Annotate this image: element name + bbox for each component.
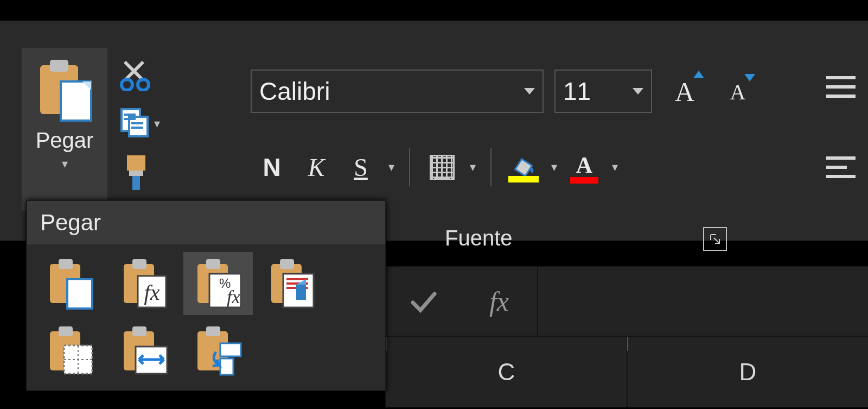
svg-rect-34: [296, 285, 306, 300]
align-left-button[interactable]: [824, 151, 858, 184]
svg-rect-46: [206, 326, 220, 336]
borders-dropdown[interactable]: ▾: [464, 160, 481, 174]
paste-option-paste[interactable]: [36, 252, 105, 315]
column-header[interactable]: D: [627, 337, 868, 407]
paste-option-keep-column-widths[interactable]: [110, 319, 179, 382]
svg-rect-37: [59, 326, 73, 336]
paste-button-label: Pegar: [36, 128, 94, 153]
svg-rect-18: [67, 279, 92, 309]
svg-rect-20: [132, 259, 146, 269]
bold-button[interactable]: N: [250, 148, 294, 186]
svg-point-5: [138, 79, 149, 90]
column-headers: C D: [385, 337, 868, 407]
formula-input[interactable]: [537, 267, 868, 336]
decrease-font-size-button[interactable]: A: [716, 71, 760, 113]
paste-option-keep-source-formatting[interactable]: [257, 252, 327, 315]
fill-color-icon: [508, 152, 539, 183]
svg-rect-12: [127, 155, 145, 171]
italic-button[interactable]: K: [294, 148, 339, 186]
font-color-dropdown[interactable]: ▾: [607, 160, 623, 174]
svg-rect-29: [280, 259, 294, 269]
svg-text:fx: fx: [227, 287, 240, 307]
font-family-combo[interactable]: Calibri: [251, 70, 544, 113]
paste-menu-header: Pegar: [27, 201, 385, 244]
insert-function-button[interactable]: fx: [461, 286, 537, 317]
increase-font-size-button[interactable]: A: [663, 71, 706, 113]
svg-rect-1: [50, 60, 68, 72]
paste-options-grid: fx %fx: [27, 244, 385, 390]
font-color-button[interactable]: A: [562, 148, 607, 186]
chevron-down-icon: [524, 88, 535, 95]
svg-rect-43: [132, 326, 146, 336]
svg-rect-8: [124, 114, 136, 116]
format-painter-button[interactable]: [119, 148, 195, 197]
svg-text:fx: fx: [144, 280, 160, 305]
font-size-value: 11: [563, 77, 591, 106]
svg-rect-24: [206, 259, 220, 269]
paste-option-no-borders[interactable]: [36, 319, 105, 382]
clipboard-tools: ▾: [119, 51, 195, 197]
paste-option-transpose[interactable]: [183, 319, 253, 382]
svg-rect-13: [129, 171, 143, 176]
svg-rect-47: [220, 343, 241, 356]
paste-icon: [35, 58, 94, 123]
copy-dropdown[interactable]: ▾: [154, 117, 160, 131]
borders-icon: [430, 155, 455, 180]
underline-dropdown[interactable]: ▾: [383, 160, 399, 174]
borders-button[interactable]: [420, 148, 464, 186]
font-family-value: Calibri: [259, 77, 330, 106]
paste-options-menu: Pegar fx %fx: [26, 200, 386, 391]
align-top-button[interactable]: [824, 71, 858, 103]
fill-color-button[interactable]: [501, 148, 546, 186]
underline-button[interactable]: S: [339, 148, 383, 186]
svg-rect-2: [61, 81, 91, 121]
paste-option-formulas-number-format[interactable]: %fx: [183, 252, 253, 315]
svg-rect-11: [131, 127, 143, 129]
paste-option-formulas[interactable]: fx: [110, 252, 179, 315]
chevron-down-icon: ▾: [62, 157, 68, 171]
align-lines-icon: [826, 156, 856, 178]
paste-split-button[interactable]: Pegar ▾: [22, 48, 107, 211]
svg-rect-48: [220, 358, 233, 375]
copy-button[interactable]: [119, 107, 151, 141]
svg-point-4: [122, 79, 132, 90]
font-group-label: Fuente: [445, 226, 513, 250]
separator: [490, 148, 492, 186]
cut-button[interactable]: [119, 51, 195, 99]
svg-marker-15: [513, 157, 534, 178]
font-size-combo[interactable]: 11: [554, 70, 652, 113]
svg-rect-10: [131, 122, 143, 124]
font-color-icon: A: [569, 152, 599, 183]
chevron-down-icon: [633, 88, 643, 95]
enter-button[interactable]: [385, 290, 461, 313]
fill-color-dropdown[interactable]: ▾: [546, 160, 562, 174]
svg-rect-9: [124, 118, 136, 120]
formula-bar: fx: [385, 266, 868, 337]
separator: [409, 148, 410, 186]
svg-rect-17: [59, 259, 73, 269]
column-header[interactable]: C: [385, 337, 627, 407]
app-window: Pegar ▾: [0, 0, 868, 409]
copy-button-row: ▾: [119, 99, 195, 148]
font-dialog-launcher[interactable]: [703, 227, 727, 251]
svg-rect-14: [132, 176, 140, 190]
align-lines-icon: [826, 76, 856, 98]
font-style-row: N K S ▾ ▾ ▾: [250, 146, 623, 189]
